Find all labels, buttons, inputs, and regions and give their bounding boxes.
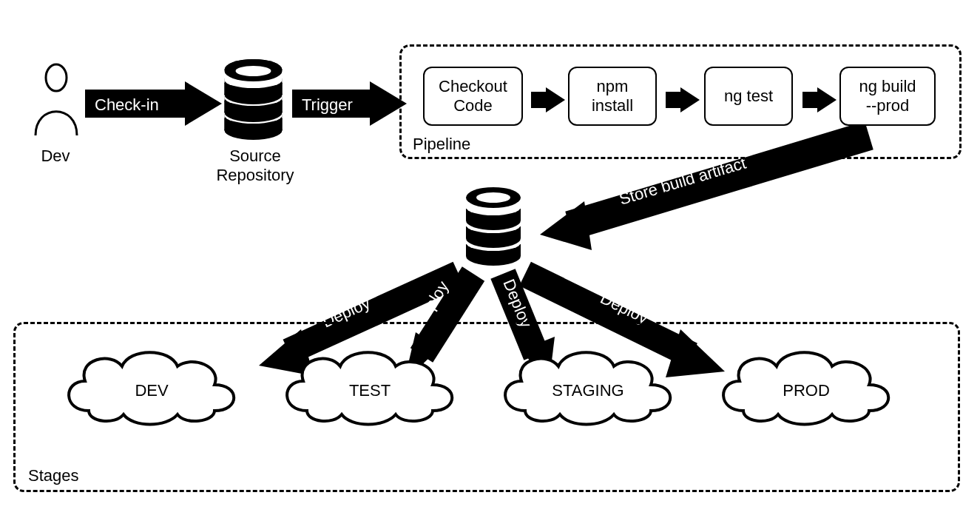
arrow-trigger: Trigger [292, 81, 407, 126]
stages-caption: Stages [28, 466, 79, 485]
artifact-store-icon [460, 186, 527, 272]
svg-point-60 [236, 66, 271, 76]
pipeline-step-npm-install: npminstall [568, 67, 657, 126]
dev-label: Dev [22, 147, 89, 166]
cloud-staging: STAGING [492, 340, 684, 437]
env-test-label: TEST [274, 381, 466, 400]
svg-marker-15 [540, 201, 592, 250]
svg-point-71 [476, 192, 510, 203]
cloud-prod: PROD [710, 340, 902, 437]
pipeline-step-checkout: CheckoutCode [423, 67, 523, 126]
svg-text:Check-in: Check-in [95, 95, 159, 114]
dev-icon [30, 63, 83, 140]
env-prod-label: PROD [710, 381, 902, 400]
pipeline-caption: Pipeline [413, 135, 470, 154]
source-repo-label-2: Repository [216, 166, 294, 184]
pipeline-step-ng-build: ng build--prod [839, 67, 936, 126]
cloud-test: TEST [274, 340, 466, 437]
arrow-checkin: Check-in [85, 81, 222, 126]
svg-text:Trigger: Trigger [302, 95, 353, 114]
source-repo-label-1: Source [229, 147, 281, 165]
pipeline-step-ng-test: ng test [704, 67, 793, 126]
cloud-dev: DEV [55, 340, 248, 437]
env-dev-label: DEV [55, 381, 248, 400]
svg-marker-3 [185, 81, 222, 126]
env-staging-label: STAGING [492, 381, 684, 400]
svg-point-29 [46, 64, 67, 91]
source-repository-icon [218, 59, 288, 147]
